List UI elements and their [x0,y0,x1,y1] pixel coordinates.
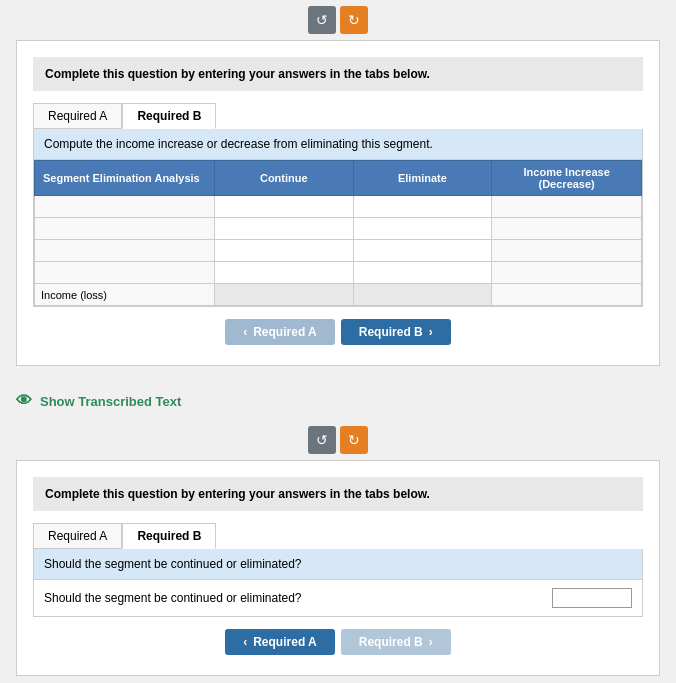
income-loss-continue-input[interactable] [221,289,347,301]
income-loss-continue [215,284,354,306]
card1-prev-label: Required A [253,325,317,339]
transcribed-icon: 👁 [16,392,32,410]
card1-tab-content: Compute the income increase or decrease … [33,129,643,307]
card1-tabs: Required A Required B [33,103,643,129]
show-transcribed-toggle[interactable]: 👁 Show Transcribed Text [0,382,676,420]
row4-eliminate [353,262,492,284]
row4-eliminate-input[interactable] [360,267,486,279]
segment-input-label: Should the segment be continued or elimi… [44,591,544,605]
card2-prev-arrow: ‹ [243,635,247,649]
row1-continue [215,196,354,218]
income-loss-label: Income (loss) [35,284,215,306]
row1-continue-input[interactable] [221,201,347,213]
income-loss-row: Income (loss) [35,284,642,306]
table-row [35,196,642,218]
card-2: Complete this question by entering your … [16,460,660,676]
card-1: Complete this question by entering your … [16,40,660,366]
row1-eliminate-input[interactable] [360,201,486,213]
next-arrow-icon: › [429,325,433,339]
income-loss-eliminate-input[interactable] [360,289,486,301]
prev-arrow-icon: ‹ [243,325,247,339]
row1-label [35,196,215,218]
row3-continue [215,240,354,262]
income-loss-eliminate [353,284,492,306]
redo-button-2[interactable]: ↻ [340,426,368,454]
card2-prev-label: Required A [253,635,317,649]
row2-continue-input[interactable] [221,223,347,235]
row3-label [35,240,215,262]
card2-instruction: Complete this question by entering your … [33,477,643,511]
row4-continue-input[interactable] [221,267,347,279]
row4-income [492,262,642,284]
row4-label-input[interactable] [41,267,208,279]
card1-nav: ‹ Required A Required B › [33,307,643,349]
card1-next-button[interactable]: Required B › [341,319,451,345]
redo-button-1[interactable]: ↻ [340,6,368,34]
top-controls-2: ↺ ↻ [0,420,676,460]
segment-answer-input[interactable] [552,588,632,608]
col-header-continue: Continue [215,161,354,196]
card2-prev-button[interactable]: ‹ Required A [225,629,335,655]
analysis-table: Segment Elimination Analysis Continue El… [34,160,642,306]
row1-eliminate [353,196,492,218]
segment-input-row: Should the segment be continued or elimi… [34,580,642,616]
row2-label-input[interactable] [41,223,208,235]
top-controls-1: ↺ ↻ [0,0,676,40]
row3-income [492,240,642,262]
card2-next-label: Required B [359,635,423,649]
row4-continue [215,262,354,284]
row1-label-input[interactable] [41,201,208,213]
table-row [35,240,642,262]
tab-required-b-1[interactable]: Required B [122,103,216,129]
row3-eliminate [353,240,492,262]
row2-label [35,218,215,240]
row2-continue [215,218,354,240]
col-header-eliminate: Eliminate [353,161,492,196]
tab-required-a-2[interactable]: Required A [33,523,122,549]
tab-required-b-2[interactable]: Required B [122,523,216,549]
col-header-income: Income Increase (Decrease) [492,161,642,196]
row4-label [35,262,215,284]
row1-income [492,196,642,218]
row2-eliminate-input[interactable] [360,223,486,235]
tab-required-a-1[interactable]: Required A [33,103,122,129]
card2-tabs: Required A Required B [33,523,643,549]
row3-label-input[interactable] [41,245,208,257]
undo-button-2[interactable]: ↺ [308,426,336,454]
row2-eliminate [353,218,492,240]
row3-continue-input[interactable] [221,245,347,257]
show-transcribed-label: Show Transcribed Text [40,394,181,409]
card1-instruction: Complete this question by entering your … [33,57,643,91]
card2-next-arrow: › [429,635,433,649]
card2-nav: ‹ Required A Required B › [33,617,643,659]
card2-tab-content: Should the segment be continued or elimi… [33,549,643,617]
card1-prev-button[interactable]: ‹ Required A [225,319,335,345]
row3-eliminate-input[interactable] [360,245,486,257]
table-row [35,218,642,240]
card2-next-button: Required B › [341,629,451,655]
row2-income [492,218,642,240]
undo-button-1[interactable]: ↺ [308,6,336,34]
card1-next-label: Required B [359,325,423,339]
income-loss-income [492,284,642,306]
card1-tab-instruction: Compute the income increase or decrease … [34,129,642,160]
col-header-segment: Segment Elimination Analysis [35,161,215,196]
table-row [35,262,642,284]
card2-tab-instruction: Should the segment be continued or elimi… [34,549,642,580]
